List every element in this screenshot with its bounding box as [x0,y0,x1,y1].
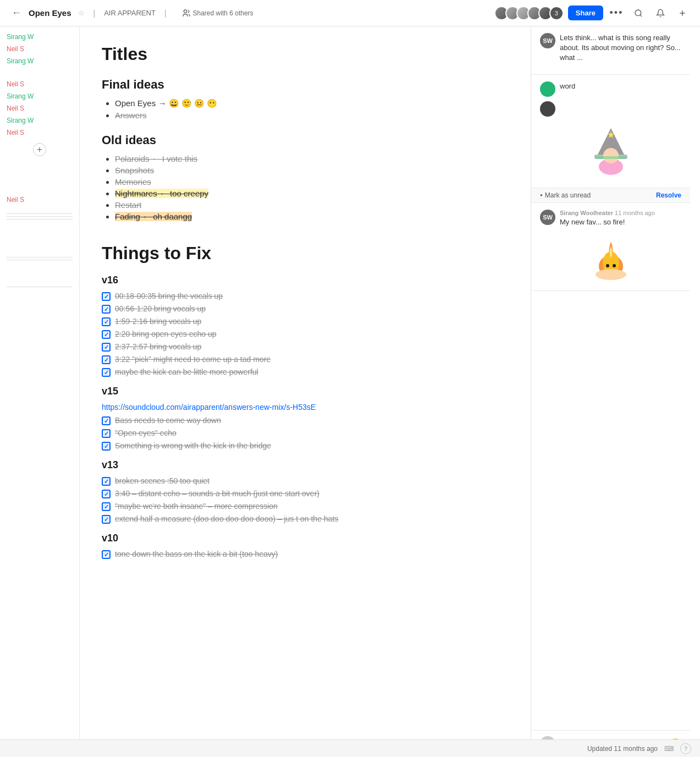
checkbox[interactable] [102,330,111,339]
check-label: extend half a measure (doo doo doo doo d… [115,514,338,523]
check-item: 3:22 "pick" might need to come up a tad … [102,355,509,364]
checkbox[interactable] [102,429,111,438]
comment-content-2: word [560,81,681,91]
old-item-2: Snapshots [115,166,154,175]
check-item: extend half a measure (doo doo doo doo d… [102,514,509,524]
old-item-5: Restart [115,200,141,210]
checkbox[interactable] [102,550,111,559]
v15-heading: v15 [102,386,509,397]
active-comment-row: SW Sirang Woolheater 11 months ago My ne… [540,210,681,227]
checkbox[interactable] [102,292,111,301]
checkbox[interactable] [102,416,111,425]
svg-point-0 [184,10,186,13]
wizard-emoji-svg [589,125,633,175]
main-title: Titles [102,44,509,64]
list-item: Answers [115,111,509,120]
active-comment-text: My new fav... so fire! [560,217,681,227]
checkbox[interactable] [102,343,111,352]
comment-time: 11 months ago [615,210,655,216]
check-label: 3:22 "pick" might need to come up a tad … [115,355,271,364]
comment-row-1: SW Lets think... what is this song reall… [540,33,681,63]
mark-unread-label: Mark as unread [545,191,591,199]
sidebar-label-5: Sirang W [7,92,34,100]
sidebar-item-neil-2[interactable]: Neil S [0,78,79,90]
comment-section-2: word [531,75,690,188]
v15-items: Bass needs to come way down "Open eyes" … [102,416,509,451]
comment-thread: SW Lets think... what is this song reall… [531,26,690,730]
active-comment-section: ● Mark as unread Resolve SW Sirang Woolh… [531,188,690,291]
check-item: broken scenes :50 too quiet [102,476,509,486]
soundcloud-link[interactable]: https://soundcloud.com/airapparent/answe… [102,403,316,412]
svg-line-2 [640,15,642,17]
sidebar-label-2: Neil S [7,45,24,53]
mark-unread-button[interactable]: ● Mark as unread [540,191,591,199]
active-comment: SW Sirang Woolheater 11 months ago My ne… [531,203,690,291]
list-item: Polaroids ← I vote this [115,154,509,163]
sidebar-item-neil-1[interactable]: Neil S [0,43,79,55]
comment-author-time: Sirang Woolheater 11 months ago [560,210,681,216]
checkbox[interactable] [102,305,111,314]
avatar-dark [540,101,555,117]
svg-point-14 [613,264,616,267]
v16-items: 00:18-00:35 bring the vocals up 00:56-1:… [102,292,509,377]
fire-emoji-container [540,232,681,284]
sidebar-item-sirang-1[interactable]: Sirang W [0,31,79,43]
list-item: Nightmares ← too creepy [115,189,509,198]
fire-emoji-svg [592,236,630,280]
sidebar-item-neil-5[interactable]: Neil S [0,194,79,206]
svg-point-8 [603,148,619,163]
v10-items: tone down the bass on the kick a bit (to… [102,550,509,559]
sidebar-item-neil-4[interactable]: Neil S [0,127,79,139]
emoji-row: 😀 🙂 😐 😶 [169,98,218,108]
old-ideas-heading: Old ideas [102,133,509,147]
add-sidebar-item-button[interactable]: + [33,143,46,156]
resolve-bar: ● Mark as unread Resolve [531,188,690,203]
sidebar-item-sirang-4[interactable]: Sirang W [0,114,79,127]
document-title: Open Eyes [29,8,71,18]
comment-text-2: word [560,81,681,91]
sidebar-item-neil-3[interactable]: Neil S [0,102,79,114]
add-button[interactable] [674,4,691,22]
search-button[interactable] [630,4,647,22]
things-to-fix-heading: Things to Fix [102,243,509,264]
sidebar-item-sirang-2[interactable]: Sirang W [0,55,79,67]
checkbox[interactable] [102,368,111,377]
active-comment-content: Sirang Woolheater 11 months ago My new f… [560,210,681,227]
star-icon[interactable]: ☆ [78,9,85,17]
avatar-sw: SW [540,33,555,48]
back-button[interactable]: ← [9,6,24,21]
checkbox[interactable] [102,477,111,486]
check-label: 1:59-2:16 bring vocals up [115,317,201,326]
resolve-button[interactable]: Resolve [656,191,681,199]
final-ideas-heading: Final ideas [102,78,509,92]
check-item: tone down the bass on the kick a bit (to… [102,550,509,559]
comment-section-1: SW Lets think... what is this song reall… [531,26,690,75]
share-button[interactable]: Share [568,6,603,20]
sidebar-label-8: Neil S [7,129,24,136]
help-icon[interactable]: ? [680,743,691,754]
shared-label: Shared with 6 others [193,9,253,17]
checkbox[interactable] [102,317,111,326]
more-options-button[interactable]: ••• [608,4,625,22]
v13-heading: v13 [102,459,509,471]
checkbox[interactable] [102,490,111,498]
checkbox[interactable] [102,515,111,524]
right-panel: SW Lets think... what is this song reall… [531,26,690,757]
check-item: "Open eyes" echo [102,429,509,438]
check-item: 2:37-2:57 bring vocals up [102,342,509,352]
notifications-button[interactable] [652,4,669,22]
sidebar-item-sirang-3[interactable]: Sirang W [0,90,79,102]
checkbox[interactable] [102,442,111,451]
check-label: tone down the bass on the kick a bit (to… [115,550,278,558]
check-label: 2:37-2:57 bring vocals up [115,342,201,351]
list-item: Open Eyes → 😀 🙂 😐 😶 [115,98,509,108]
check-label: "Open eyes" echo [115,429,177,437]
v13-items: broken scenes :50 too quiet 3:40 – dista… [102,476,509,524]
sidebar: Sirang W Neil S Sirang W Neil S Sirang W… [0,26,80,757]
check-label: maybe the kick can be little more powerf… [115,367,258,376]
wizard-emoji-container [540,121,681,181]
checkbox[interactable] [102,355,111,364]
checkbox[interactable] [102,502,111,511]
header-left: ← Open Eyes ☆ | AIR APPARENT | Shared wi… [9,6,494,21]
keyboard-icon[interactable]: ⌨ [664,745,674,753]
